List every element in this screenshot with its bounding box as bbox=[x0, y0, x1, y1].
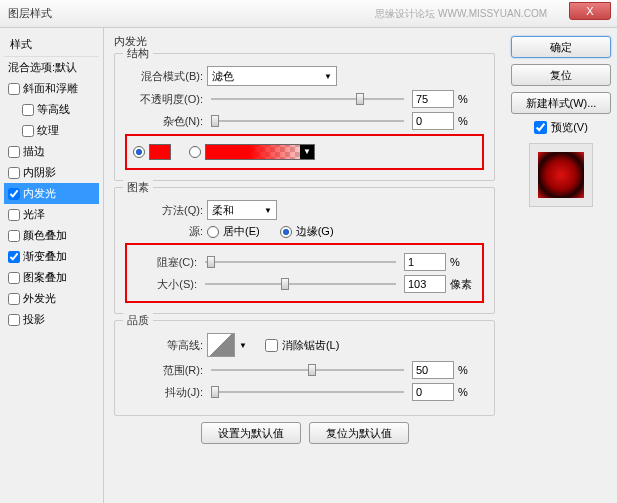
range-slider[interactable] bbox=[211, 362, 404, 378]
size-slider[interactable] bbox=[205, 276, 396, 292]
style-bevel[interactable]: 斜面和浮雕 bbox=[4, 78, 99, 99]
contour-label: 等高线: bbox=[125, 338, 203, 353]
styles-header: 样式 bbox=[4, 33, 99, 57]
source-edge-label: 边缘(G) bbox=[296, 224, 334, 239]
style-innershadow[interactable]: 内阴影 bbox=[4, 162, 99, 183]
source-centered-label: 居中(E) bbox=[223, 224, 260, 239]
reset-default-button[interactable]: 复位为默认值 bbox=[309, 422, 409, 444]
check-stroke[interactable] bbox=[8, 146, 20, 158]
panel-title: 内发光 bbox=[114, 34, 495, 49]
gradient-swatch[interactable]: ▼ bbox=[205, 144, 315, 160]
size-label: 大小(S): bbox=[133, 277, 197, 292]
antialias-label: 消除锯齿(L) bbox=[282, 338, 339, 353]
preview-thumbnail bbox=[529, 143, 593, 207]
set-default-button[interactable]: 设置为默认值 bbox=[201, 422, 301, 444]
legend-elements: 图素 bbox=[123, 180, 153, 195]
contour-picker[interactable] bbox=[207, 333, 235, 357]
check-outerglow[interactable] bbox=[8, 293, 20, 305]
settings-panel: 内发光 结构 混合模式(B): 滤色▼ 不透明度(O): 75 % 杂色(N):… bbox=[104, 28, 505, 503]
right-panel: 确定 复位 新建样式(W)... 预览(V) bbox=[505, 28, 617, 503]
main-area: 样式 混合选项:默认 斜面和浮雕 等高线 纹理 描边 内阴影 内发光 光泽 颜色… bbox=[0, 28, 617, 503]
check-patternoverlay[interactable] bbox=[8, 272, 20, 284]
jitter-label: 抖动(J): bbox=[125, 385, 203, 400]
check-gradientoverlay[interactable] bbox=[8, 251, 20, 263]
jitter-slider[interactable] bbox=[211, 384, 404, 400]
noise-slider[interactable] bbox=[211, 113, 404, 129]
check-innerglow[interactable] bbox=[8, 188, 20, 200]
check-satin[interactable] bbox=[8, 209, 20, 221]
group-elements: 图素 方法(Q): 柔和▼ 源: 居中(E) 边缘(G) 阻塞(C): 1 bbox=[114, 187, 495, 314]
chevron-down-icon[interactable]: ▼ bbox=[239, 341, 247, 350]
group-structure: 结构 混合模式(B): 滤色▼ 不透明度(O): 75 % 杂色(N): 0 % bbox=[114, 53, 495, 181]
noise-value[interactable]: 0 bbox=[412, 112, 454, 130]
color-gradient-radio[interactable] bbox=[189, 146, 201, 158]
check-texture[interactable] bbox=[22, 125, 34, 137]
size-value[interactable]: 103 bbox=[404, 275, 446, 293]
method-label: 方法(Q): bbox=[125, 203, 203, 218]
opacity-value[interactable]: 75 bbox=[412, 90, 454, 108]
style-coloroverlay[interactable]: 颜色叠加 bbox=[4, 225, 99, 246]
style-innerglow[interactable]: 内发光 bbox=[4, 183, 99, 204]
style-dropshadow[interactable]: 投影 bbox=[4, 309, 99, 330]
styles-list: 样式 混合选项:默认 斜面和浮雕 等高线 纹理 描边 内阴影 内发光 光泽 颜色… bbox=[0, 28, 104, 503]
choke-size-highlight-frame: 阻塞(C): 1 % 大小(S): 103 像素 bbox=[125, 243, 484, 303]
style-satin[interactable]: 光泽 bbox=[4, 204, 99, 225]
chevron-down-icon: ▼ bbox=[264, 206, 272, 215]
preview-label: 预览(V) bbox=[551, 120, 588, 135]
jitter-value[interactable]: 0 bbox=[412, 383, 454, 401]
close-button[interactable]: X bbox=[569, 2, 611, 20]
title-bar: 图层样式 思缘设计论坛 WWW.MISSYUAN.COM X bbox=[0, 0, 617, 28]
chevron-down-icon: ▼ bbox=[324, 72, 332, 81]
method-dropdown[interactable]: 柔和▼ bbox=[207, 200, 277, 220]
color-highlight-frame: ▼ bbox=[125, 134, 484, 170]
preview-check[interactable] bbox=[534, 121, 547, 134]
opacity-slider[interactable] bbox=[211, 91, 404, 107]
source-centered-radio[interactable] bbox=[207, 226, 219, 238]
range-value[interactable]: 50 bbox=[412, 361, 454, 379]
group-quality: 品质 等高线: ▼ 消除锯齿(L) 范围(R): 50 % 抖动(J): 0 % bbox=[114, 320, 495, 416]
check-bevel[interactable] bbox=[8, 83, 20, 95]
antialias-check[interactable] bbox=[265, 339, 278, 352]
legend-quality: 品质 bbox=[123, 313, 153, 328]
range-label: 范围(R): bbox=[125, 363, 203, 378]
style-stroke[interactable]: 描边 bbox=[4, 141, 99, 162]
blendmode-dropdown[interactable]: 滤色▼ bbox=[207, 66, 337, 86]
check-dropshadow[interactable] bbox=[8, 314, 20, 326]
source-edge-radio[interactable] bbox=[280, 226, 292, 238]
choke-value[interactable]: 1 bbox=[404, 253, 446, 271]
color-swatch[interactable] bbox=[149, 144, 171, 160]
noise-label: 杂色(N): bbox=[125, 114, 203, 129]
blendmode-label: 混合模式(B): bbox=[125, 69, 203, 84]
window-title: 图层样式 bbox=[8, 6, 52, 21]
ok-button[interactable]: 确定 bbox=[511, 36, 611, 58]
cancel-button[interactable]: 复位 bbox=[511, 64, 611, 86]
check-contour[interactable] bbox=[22, 104, 34, 116]
style-outerglow[interactable]: 外发光 bbox=[4, 288, 99, 309]
chevron-down-icon[interactable]: ▼ bbox=[300, 145, 314, 159]
opacity-label: 不透明度(O): bbox=[125, 92, 203, 107]
choke-label: 阻塞(C): bbox=[133, 255, 197, 270]
style-texture[interactable]: 纹理 bbox=[4, 120, 99, 141]
choke-slider[interactable] bbox=[205, 254, 396, 270]
blend-options[interactable]: 混合选项:默认 bbox=[4, 57, 99, 78]
preview-image bbox=[538, 152, 584, 198]
color-solid-radio[interactable] bbox=[133, 146, 145, 158]
check-coloroverlay[interactable] bbox=[8, 230, 20, 242]
style-gradientoverlay[interactable]: 渐变叠加 bbox=[4, 246, 99, 267]
source-label: 源: bbox=[125, 224, 203, 239]
newstyle-button[interactable]: 新建样式(W)... bbox=[511, 92, 611, 114]
check-innershadow[interactable] bbox=[8, 167, 20, 179]
style-contour[interactable]: 等高线 bbox=[4, 99, 99, 120]
legend-structure: 结构 bbox=[123, 46, 153, 61]
watermark: 思缘设计论坛 WWW.MISSYUAN.COM bbox=[375, 7, 547, 21]
style-patternoverlay[interactable]: 图案叠加 bbox=[4, 267, 99, 288]
